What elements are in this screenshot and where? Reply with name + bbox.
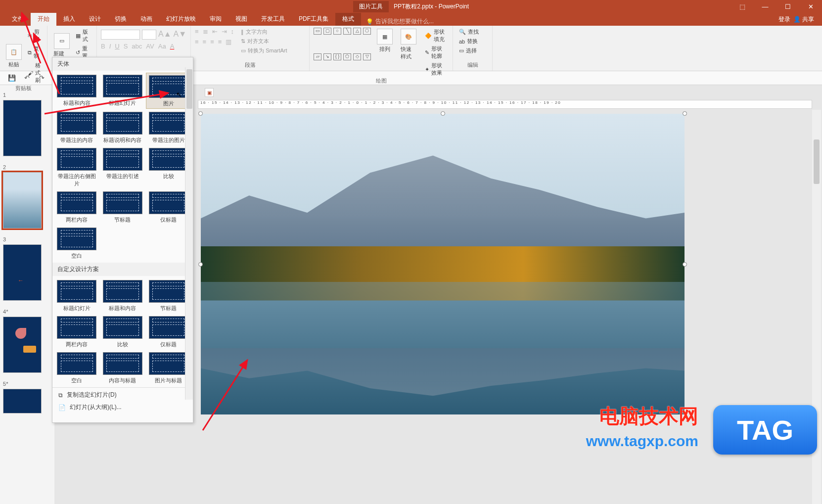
tab-view[interactable]: 视图: [228, 12, 254, 26]
tab-review[interactable]: 审阅: [203, 12, 228, 26]
layout-option[interactable]: 仅标题: [146, 189, 191, 225]
layout-option[interactable]: 带题注的内容: [54, 110, 99, 145]
replace-button[interactable]: ab 替换: [457, 37, 488, 46]
thumbnail-2[interactable]: 2: [3, 162, 51, 229]
close-button[interactable]: ✕: [799, 0, 822, 13]
ribbon-options-button[interactable]: ⬚: [731, 0, 754, 13]
tab-file[interactable]: 文件: [5, 12, 31, 26]
layout-option[interactable]: 内容与标题: [100, 350, 145, 385]
thumbnail-1[interactable]: 1: [3, 90, 51, 156]
shape-outline-button[interactable]: ✎ 形状轮廓: [423, 45, 449, 60]
justify-button[interactable]: ≡: [218, 38, 222, 46]
line-spacing-button[interactable]: ↕: [231, 28, 234, 35]
layout-option[interactable]: 两栏内容: [54, 314, 99, 349]
find-button[interactable]: 🔍 查找: [457, 28, 488, 36]
layout-option[interactable]: 图片与标题: [146, 350, 191, 385]
shapes-gallery[interactable]: ▭▢○╲△⬡ ▱↘{ }⬠◇▽: [314, 28, 371, 77]
tab-home[interactable]: 开始: [31, 12, 56, 26]
layout-option[interactable]: 节标题: [146, 278, 191, 313]
convert-smartart-button[interactable]: ▭ 转换为 SmartArt: [239, 46, 289, 55]
copy-button[interactable]: ⧉ 复制: [26, 45, 43, 60]
numbering-button[interactable]: ≣: [203, 28, 208, 35]
thumbnail-5[interactable]: 5*: [3, 379, 51, 413]
bold-button[interactable]: B: [101, 43, 105, 50]
decrease-indent-button[interactable]: ⇤: [212, 28, 218, 35]
share-button[interactable]: 👤 共享: [793, 15, 814, 24]
align-left-button[interactable]: ≡: [195, 38, 199, 46]
gallery-scrollbar[interactable]: [185, 67, 193, 400]
layout-option[interactable]: 标题说明和内容: [100, 110, 145, 145]
underline-button[interactable]: U: [115, 43, 119, 50]
font-family-combo[interactable]: [101, 30, 140, 40]
layout-option-label: 比较: [147, 173, 190, 180]
select-button[interactable]: ▭ 选择: [457, 46, 488, 55]
tab-insert[interactable]: 插入: [56, 12, 82, 26]
tab-transitions[interactable]: 切换: [108, 12, 134, 26]
increase-font-icon[interactable]: A▲: [158, 30, 172, 40]
maximize-button[interactable]: ☐: [776, 0, 799, 13]
font-color-button[interactable]: A: [170, 43, 175, 50]
slides-from-outline-item[interactable]: 📄 幻灯片(从大纲)(L)...: [52, 401, 193, 413]
columns-button[interactable]: ▥: [226, 38, 231, 46]
increase-indent-button[interactable]: ⇥: [222, 28, 227, 35]
login-link[interactable]: 登录: [778, 15, 790, 24]
quick-styles-button[interactable]: 🎨 快速样式: [399, 28, 419, 77]
slide-canvas[interactable]: [201, 114, 685, 414]
layout-option[interactable]: 空白: [54, 350, 99, 385]
format-painter-button[interactable]: 🖌 格式刷: [26, 61, 43, 85]
shadow-button[interactable]: abc: [132, 43, 142, 50]
resize-handle-r[interactable]: [683, 262, 687, 267]
quick-styles-icon: 🎨: [401, 29, 416, 45]
paste-button[interactable]: 📋 粘贴: [4, 43, 24, 69]
text-direction-button[interactable]: ‖ 文字方向: [239, 28, 289, 36]
duplicate-slides-item[interactable]: ⧉ 复制选定幻灯片(D): [52, 389, 193, 401]
minimize-button[interactable]: —: [754, 0, 776, 13]
layout-option[interactable]: 标题幻灯片: [54, 278, 99, 313]
layout-option[interactable]: 比较: [100, 314, 145, 349]
layout-option[interactable]: 仅标题: [146, 314, 191, 349]
strikethrough-button[interactable]: S: [124, 43, 128, 50]
font-size-combo[interactable]: [142, 30, 156, 40]
layout-button[interactable]: ▦ 版式: [74, 28, 92, 44]
shape-fill-button[interactable]: 🔶 形状填充: [423, 28, 449, 44]
layout-option[interactable]: 图片: [146, 73, 191, 109]
align-right-button[interactable]: ≡: [210, 38, 214, 46]
layout-option[interactable]: 两栏内容: [54, 189, 99, 225]
decrease-font-icon[interactable]: A▼: [173, 30, 186, 40]
resize-handle-t[interactable]: [441, 111, 445, 116]
thumbnail-4[interactable]: 4*: [3, 307, 51, 373]
layout-option-label: 节标题: [147, 305, 190, 312]
thumbnail-3[interactable]: 3 ←: [3, 234, 51, 301]
tab-animations[interactable]: 动画: [134, 12, 159, 26]
align-center-button[interactable]: ≡: [203, 38, 207, 46]
tab-design[interactable]: 设计: [82, 12, 108, 26]
tab-format[interactable]: 格式: [335, 12, 361, 26]
tell-me-search[interactable]: 💡 告诉我您想要做什么...: [366, 17, 434, 26]
layout-option[interactable]: 标题幻灯片: [100, 73, 145, 109]
tab-slideshow[interactable]: 幻灯片放映: [159, 12, 203, 26]
bullets-button[interactable]: ≡: [195, 28, 199, 35]
layout-option[interactable]: 节标题: [100, 189, 145, 225]
tab-pdf[interactable]: PDF工具集: [292, 12, 335, 26]
layout-option[interactable]: 空白: [54, 226, 99, 261]
resize-handle-tl[interactable]: [198, 111, 203, 116]
slide-picture[interactable]: [201, 114, 685, 414]
cut-button[interactable]: ✂ 剪切: [26, 28, 43, 44]
layout-option[interactable]: 比较: [146, 146, 191, 188]
align-text-button[interactable]: ⇅ 对齐文本: [239, 37, 289, 46]
layout-option[interactable]: 标题和内容: [100, 278, 145, 313]
shape-effects-button[interactable]: ✦ 形状效果: [423, 61, 449, 77]
resize-handle-l[interactable]: [198, 262, 203, 267]
layout-option[interactable]: 带题注的引述: [100, 146, 145, 188]
layout-option[interactable]: 标题和内容: [54, 73, 99, 109]
layout-option[interactable]: 带题注的右侧图片: [54, 146, 99, 188]
spacing-button[interactable]: AV: [146, 43, 154, 50]
italic-button[interactable]: I: [109, 43, 111, 50]
layout-option-label: 比较: [101, 341, 144, 348]
resize-handle-tr[interactable]: [683, 111, 687, 116]
tab-developer[interactable]: 开发工具: [254, 12, 292, 26]
outline-view-toggle[interactable]: ▣: [205, 88, 214, 97]
layout-option[interactable]: 带题注的图片: [146, 110, 191, 145]
arrange-button[interactable]: ▦ 排列: [375, 28, 395, 77]
change-case-button[interactable]: Aa: [158, 43, 166, 50]
